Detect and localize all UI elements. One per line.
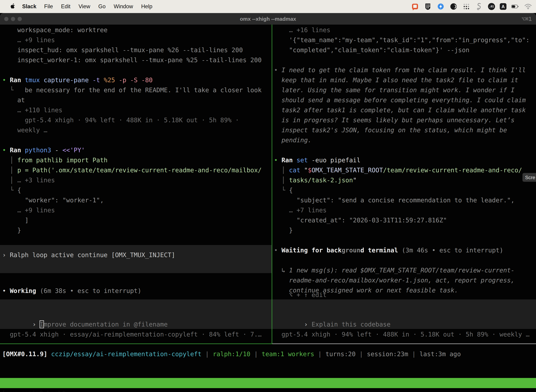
terminal-line: │ from pathlib import Path [2,155,272,165]
terminal-line: │ p = Path('.omx/state/team/review-curre… [2,165,272,175]
terminal-line: } [2,225,272,235]
terminal-line: └ be necessary for the end of the README… [2,85,272,95]
terminal-line [274,145,536,155]
terminal-line: … +16 lines [274,25,536,35]
terminal-line: pending. [274,135,536,145]
input-source-icon[interactable]: A [500,3,507,10]
menu-item-window[interactable]: Window [114,3,133,10]
terminal-line: • I need to get the claim token from the… [274,65,536,75]
terminal-line: … +7 lines [274,205,536,215]
terminal-line: • Working (6m 38s • esc to interrupt) [2,286,141,296]
terminal-line: ⌥ + ↑ edit [274,290,326,300]
terminal-line: └ { [2,185,272,195]
pane-divider[interactable] [272,25,272,344]
wifi-icon[interactable] [524,2,532,10]
text-cursor: I [40,321,44,328]
model-status-line: gpt-5.4 xhigh · essay/ai-reimplementatio… [2,329,262,339]
menu-item-help[interactable]: Help [141,3,153,10]
menu-item-view[interactable]: View [78,3,90,10]
terminal-line: gpt-5.4 xhigh · 94% left · 488K in · 5.1… [2,115,272,125]
terminal-line [274,255,536,265]
terminal-line: inspect_hud: omx sparkshell --tmux-pane … [2,45,272,55]
terminal-line [274,235,536,245]
prompt-input-right[interactable]: › Explain this codebase [272,299,536,329]
terminal-line: • Ran python3 - <<'PY' [2,145,272,155]
terminal-line: [OMX#0.11.9] cczip/essay/ai-reimplementa… [2,349,461,359]
terminal-line: ] [2,215,272,225]
terminal-line: "created_at": "2026-03-31T11:59:27.816Z" [274,215,536,225]
terminal-window: workspace_mode: worktree … +9 lines insp… [0,25,536,378]
menu-bar: Slack FileEditViewGoWindowHelp [0,0,536,13]
terminal-line: weekly … [2,125,272,135]
model-status-line: gpt-5.4 xhigh · 94% left · 488K in · 5.1… [274,329,530,339]
pane-border-inactive [272,344,536,344]
terminal-line: inspect task2's JSON, focusing on the st… [274,125,536,135]
terminal-line: ↳ 1 new msg(s): read $OMX_TEAM_STATE_ROO… [274,265,536,275]
tmux-pane-right[interactable]: … +16 lines '{"team_name":"my-team","tas… [272,25,536,344]
apple-icon[interactable] [10,3,17,10]
battery-charging-icon[interactable] [511,2,519,10]
terminal-line: is in progress? It seems likely but perh… [274,115,536,125]
terminal-line [2,65,272,75]
working-status: • Working (6m 38s • esc to interrupt) [2,286,141,296]
omx-hud-status-line: [OMX#0.11.9] cczip/essay/ai-reimplementa… [2,349,461,359]
tmux-pane-left[interactable]: workspace_mode: worktree … +9 lines insp… [0,25,272,344]
terminal-line: "completed","claim_token":"claim-token"}… [274,45,536,55]
terminal-line: … +9 lines [2,35,272,45]
terminal-line: should send a message before completing … [274,95,536,105]
terminal-line: gpt-5.4 xhigh · 94% left · 488K in · 5.1… [274,329,530,339]
terminal-line: workspace_mode: worktree [2,25,272,35]
window-shortcut-hint: ⌥⌘1 [522,13,532,25]
tmux-status-bar: [omx-cczip0:bash* "MacBook-Pro-44.local"… [0,378,536,388]
terminal-line: │ … +3 lines [2,175,272,185]
terminal-line [2,135,272,145]
terminal-line: inspect_worker-1: omx sparkshell --tmux-… [2,55,272,65]
window-title: omx --xhigh --madmax [0,13,536,25]
terminal-line: │ cat "$OMX_TEAM_STATE_ROOT/team/review-… [274,165,536,175]
menu-item-edit[interactable]: Edit [61,3,70,10]
terminal-line: } [274,225,536,235]
app-menus: FileEditViewGoWindowHelp [44,3,152,10]
grid-shield-icon[interactable] [424,2,432,10]
flash-badge-icon[interactable] [437,2,445,10]
terminal-line: gpt-5.4 xhigh · essay/ai-reimplementatio… [2,329,262,339]
terminal-line: "subject": "send a concise recommendatio… [274,195,536,205]
terminal-line [274,55,536,65]
window-title-bar: omx --xhigh --madmax ⌥⌘1 [0,13,536,25]
terminal-line: "worker": "worker-1", [2,195,272,205]
terminal-line: └ { [274,185,536,195]
terminal-line: • Ran set -euo pipefail [274,155,536,165]
dots-grid-icon[interactable] [462,2,470,10]
terminal-scrollback: workspace_mode: worktree … +9 lines insp… [0,25,272,235]
screen-tooltip: Scre [522,173,536,182]
terminal-line: keep that in mind. Maybe I also need the… [274,75,536,85]
crescent-app-icon[interactable] [450,2,458,10]
terminal-line: later. Using the same for transition mig… [274,85,536,95]
active-app-name[interactable]: Slack [22,3,36,10]
terminal-line: '{"team_name":"my-team","task_id":"1","f… [274,35,536,45]
terminal-line: • Waiting for background terminal (3m 46… [274,245,536,255]
edit-hint: ⌥ + ↑ edit [274,290,326,300]
screen-share-icon[interactable] [411,2,419,10]
prompt-chevron: › [32,321,40,328]
terminal-line: at [2,95,272,105]
terminal-line: • Ran tmux capture-pane -t %25 -p -S -80 [2,75,272,85]
prompt-chevron: › [304,321,312,328]
terminal-scrollback: … +16 lines '{"team_name":"my-team","tas… [272,25,536,295]
terminal-line: … +110 lines [2,105,272,115]
tmux-session-name[interactable]: [omx-cczip0:bash* [2,388,66,392]
terminal-line: › Ralph loop active continue [OMX_TMUX_I… [2,250,272,260]
input-placeholder: mprove documentation in @filename [44,321,168,328]
menu-status-icons: ..61 A [411,0,532,13]
pane-border-active [0,344,272,344]
input-placeholder: Explain this codebase [312,321,391,328]
s-hook-icon[interactable] [475,2,483,10]
prompt-input-left[interactable]: › Improve documentation in @filename [0,299,272,329]
ralph-loop-banner: › Ralph loop active continue [OMX_TMUX_I… [0,245,272,273]
menu-item-go[interactable]: Go [98,3,105,10]
terminal-line: │ tasks/task-2.json" [274,175,536,185]
menu-item-file[interactable]: File [44,3,53,10]
terminal-line: readme-and-reco/mailbox/worker-1.json, a… [274,275,536,285]
percent-badge-icon[interactable]: ..61 [488,3,495,10]
terminal-line: task2 after task1 is complete, but can I… [274,105,536,115]
